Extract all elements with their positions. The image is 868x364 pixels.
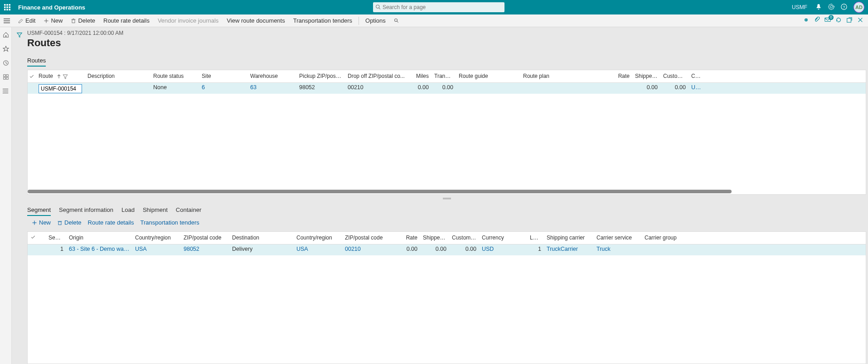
tab-load[interactable]: Load xyxy=(121,205,135,216)
col-currency[interactable]: Curre xyxy=(689,70,703,82)
help-icon[interactable]: ? xyxy=(841,4,847,11)
route-id-input[interactable] xyxy=(39,84,82,93)
close-icon[interactable] xyxy=(857,17,863,24)
col-carrier-group[interactable]: Carrier group xyxy=(642,232,690,244)
filter-col-icon xyxy=(63,74,68,79)
svg-rect-1 xyxy=(6,4,8,6)
col-route-guide[interactable]: Route guide xyxy=(456,70,520,82)
segment-toolbar: New Delete Route rate details Transporta… xyxy=(27,216,866,229)
svg-rect-40 xyxy=(58,221,61,225)
table-row[interactable]: 1 63 - Site 6 - Demo wave cont... USA 98… xyxy=(28,244,866,255)
action-pane: Edit New Delete Route rate details Vendo… xyxy=(0,14,868,27)
splitter-handle[interactable] xyxy=(27,195,866,202)
attachment-icon[interactable] xyxy=(814,17,820,24)
new-button[interactable]: New xyxy=(40,16,66,25)
select-all-checkbox[interactable] xyxy=(30,235,36,240)
svg-rect-31 xyxy=(6,77,8,79)
new-label: New xyxy=(51,17,63,24)
col-loads[interactable]: Loads xyxy=(527,232,544,244)
filter-rail xyxy=(12,27,27,364)
col-seg-rate[interactable]: Rate xyxy=(391,232,420,244)
col-seg-customer-rate[interactable]: Customer rate xyxy=(449,232,479,244)
svg-rect-5 xyxy=(9,6,11,8)
col-zip-2[interactable]: ZIP/postal code xyxy=(342,232,391,244)
modules-icon[interactable] xyxy=(3,88,9,96)
svg-rect-28 xyxy=(3,75,5,77)
segment-grid: Sequence Origin Country/region ZIP/posta… xyxy=(27,231,866,364)
page-title: Routes xyxy=(27,37,866,49)
segment-route-rate-details-link[interactable]: Route rate details xyxy=(88,219,134,226)
col-country-region-1[interactable]: Country/region xyxy=(132,232,181,244)
col-seg-currency[interactable]: Currency xyxy=(479,232,527,244)
bell-icon[interactable] xyxy=(815,4,822,11)
options-button[interactable]: Options xyxy=(362,16,389,25)
tab-shipment[interactable]: Shipment xyxy=(143,205,168,216)
transportation-tenders-button[interactable]: Transportation tenders xyxy=(290,16,356,25)
home-icon[interactable] xyxy=(3,32,9,39)
select-all-checkbox[interactable] xyxy=(29,74,34,79)
global-search[interactable] xyxy=(373,2,504,12)
tab-segment-information[interactable]: Segment information xyxy=(59,205,113,216)
tab-container[interactable]: Container xyxy=(176,205,201,216)
col-carrier-service[interactable]: Carrier service xyxy=(594,232,642,244)
popout-icon[interactable] xyxy=(846,17,853,24)
col-origin[interactable]: Origin xyxy=(66,232,132,244)
segment-new-button[interactable]: New xyxy=(32,219,51,226)
svg-rect-30 xyxy=(3,77,5,79)
link-icon[interactable] xyxy=(803,17,809,24)
col-route[interactable]: Route xyxy=(36,70,85,82)
segment-transportation-tenders-link[interactable]: Transportation tenders xyxy=(141,219,199,226)
col-seg-shipper-rate[interactable]: Shipper rate xyxy=(420,232,449,244)
svg-rect-13 xyxy=(4,18,10,19)
table-row[interactable]: None 6 63 98052 00210 0.00 0.00 0.00 0.0… xyxy=(28,83,866,94)
col-zip-1[interactable]: ZIP/postal code xyxy=(181,232,229,244)
svg-rect-15 xyxy=(4,22,10,23)
user-avatar[interactable]: AD xyxy=(853,2,864,13)
favorite-icon[interactable] xyxy=(3,46,9,53)
col-rate[interactable]: Rate xyxy=(608,70,632,82)
routes-hscrollbar[interactable] xyxy=(28,190,866,194)
col-sequence[interactable]: Sequence xyxy=(46,232,66,244)
svg-line-10 xyxy=(379,8,380,9)
edit-button[interactable]: Edit xyxy=(15,16,39,25)
col-destination[interactable]: Destination xyxy=(229,232,294,244)
company-label[interactable]: USMF xyxy=(792,4,807,10)
app-title: Finance and Operations xyxy=(18,4,85,11)
svg-point-21 xyxy=(394,19,397,21)
svg-point-35 xyxy=(3,89,4,90)
col-description[interactable]: Description xyxy=(85,70,150,82)
waffle-icon[interactable] xyxy=(4,4,11,11)
col-dropoff-zip[interactable]: Drop off ZIP/postal co... xyxy=(345,70,412,82)
svg-point-36 xyxy=(3,91,4,91)
filter-icon[interactable] xyxy=(16,32,23,364)
view-route-documents-button[interactable]: View route documents xyxy=(223,16,288,25)
refresh-icon[interactable] xyxy=(835,17,842,24)
recent-icon[interactable] xyxy=(3,60,9,67)
col-warehouse[interactable]: Warehouse xyxy=(247,70,296,82)
find-button[interactable] xyxy=(390,17,403,25)
workspaces-icon[interactable] xyxy=(3,74,9,81)
global-search-input[interactable] xyxy=(383,4,502,10)
col-pickup-zip[interactable]: Pickup ZIP/postal code xyxy=(296,70,345,82)
nav-hamburger-icon[interactable] xyxy=(2,18,12,24)
col-site[interactable]: Site xyxy=(199,70,247,82)
col-route-plan[interactable]: Route plan xyxy=(520,70,608,82)
col-miles[interactable]: Miles xyxy=(412,70,432,82)
svg-rect-0 xyxy=(4,4,6,6)
col-shipping-carrier[interactable]: Shipping carrier xyxy=(544,232,594,244)
svg-rect-6 xyxy=(4,9,6,11)
col-customer-rate[interactable]: Customer rate xyxy=(660,70,689,82)
delete-label: Delete xyxy=(78,17,95,24)
delete-button[interactable]: Delete xyxy=(67,16,99,25)
tab-segment[interactable]: Segment xyxy=(27,205,51,216)
col-route-status[interactable]: Route status xyxy=(150,70,199,82)
tab-routes[interactable]: Routes xyxy=(27,55,46,67)
gear-icon[interactable] xyxy=(828,4,834,11)
segment-delete-button[interactable]: Delete xyxy=(57,219,82,226)
workspace: USMF-000154 : 9/17/2021 12:00:00 AM Rout… xyxy=(0,27,868,364)
message-icon[interactable]: 0 xyxy=(824,17,831,24)
route-rate-details-button[interactable]: Route rate details xyxy=(100,16,153,25)
col-shipper-rate[interactable]: Shipper rate xyxy=(632,70,660,82)
col-transit-days[interactable]: Transit days xyxy=(432,70,456,82)
col-country-region-2[interactable]: Country/region xyxy=(294,232,342,244)
